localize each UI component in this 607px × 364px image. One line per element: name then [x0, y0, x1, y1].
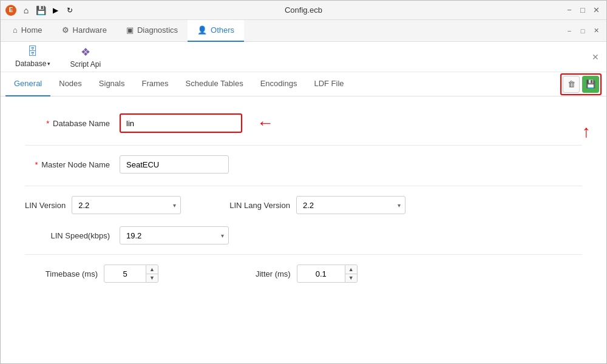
home-icon: ⌂: [13, 25, 18, 35]
main-tab-bar: ⌂ Home ⚙ Hardware ▣ Diagnostics 👤 Others…: [1, 20, 606, 42]
timebase-item: Timebase (ms) ▲ ▼: [25, 265, 158, 283]
master-node-label: * Master Node Name: [25, 160, 110, 169]
jitter-increment-button[interactable]: ▲: [345, 265, 357, 274]
timebase-increment-button[interactable]: ▲: [146, 265, 158, 274]
lin-version-select[interactable]: 1.3 2.0 2.1 2.2: [72, 196, 181, 214]
lin-speed-row: LIN Speed(kbps) 9.6 10.417 19.2 20.0 ▾: [25, 226, 582, 244]
tab-close-button[interactable]: ✕: [591, 25, 602, 36]
script-api-toolbar-button[interactable]: ❖ Script Api: [65, 43, 106, 71]
play-icon-titlebar[interactable]: ▶: [50, 5, 60, 15]
jitter-item: Jitter (ms) ▲ ▼: [256, 265, 358, 283]
toolbar: 🗄 Database ▾ ❖ Script Api ✕: [1, 42, 606, 72]
jitter-spinner: ▲ ▼: [297, 265, 358, 283]
script-api-icon: ❖: [81, 46, 90, 59]
save-button[interactable]: 💾: [582, 76, 599, 93]
sub-tab-general[interactable]: General: [5, 72, 50, 96]
minimize-button[interactable]: −: [564, 5, 575, 16]
refresh-icon-titlebar[interactable]: ↻: [65, 5, 75, 15]
dropdown-arrow-icon: ▾: [47, 61, 50, 67]
title-bar: E ⌂ 💾 ▶ ↻ Config.ecb − □ ✕: [1, 1, 606, 20]
trash-icon: 🗑: [568, 79, 575, 89]
lin-lang-version-select[interactable]: 1.3 2.0 2.1 2.2: [296, 196, 405, 214]
divider-2: [25, 186, 582, 186]
lin-speed-label: LIN Speed(kbps): [25, 231, 110, 240]
save-icon-titlebar[interactable]: 💾: [36, 5, 46, 15]
main-tab-controls: − □ ✕: [564, 25, 602, 36]
lin-version-row: LIN Version 1.3 2.0 2.1 2.2 ▾ LIN Lang V…: [25, 196, 582, 214]
sub-tab-schedule-tables[interactable]: Schedule Tables: [177, 72, 252, 96]
sub-tab-signals[interactable]: Signals: [90, 72, 134, 96]
jitter-input[interactable]: [297, 265, 345, 283]
app-icon: E: [5, 5, 16, 16]
lin-speed-select[interactable]: 9.6 10.417 19.2 20.0: [120, 226, 229, 244]
lin-lang-version-label: LIN Lang Version: [229, 201, 290, 210]
timebase-jitter-row: Timebase (ms) ▲ ▼ Jitter (ms) ▲ ▼: [25, 265, 582, 283]
tab-minimize-button[interactable]: −: [564, 25, 575, 36]
sub-tab-actions: 🗑 💾: [560, 73, 602, 95]
tab-home[interactable]: ⌂ Home: [3, 20, 52, 42]
sub-tab-encodings[interactable]: Encodings: [252, 72, 306, 96]
save-icon: 💾: [586, 79, 595, 89]
title-bar-left: E ⌂ 💾 ▶ ↻: [5, 5, 75, 16]
diagnostics-icon: ▣: [126, 25, 134, 35]
database-name-field-wrapper: [120, 113, 242, 133]
delete-button[interactable]: 🗑: [563, 76, 580, 93]
maximize-button[interactable]: □: [577, 5, 588, 16]
required-indicator-2: *: [35, 160, 38, 169]
timebase-decrement-button[interactable]: ▼: [146, 274, 158, 283]
sub-tab-ldf-file[interactable]: LDF File: [305, 72, 352, 96]
lin-version-item: LIN Version 1.3 2.0 2.1 2.2 ▾: [25, 196, 181, 214]
tab-restore-button[interactable]: □: [577, 25, 588, 36]
window-title: Config.ecb: [285, 5, 322, 15]
action-buttons-group: 🗑 💾: [560, 73, 602, 95]
database-name-input[interactable]: [121, 115, 240, 131]
sub-tab-frames[interactable]: Frames: [133, 72, 177, 96]
lin-version-select-wrapper: 1.3 2.0 2.1 2.2 ▾: [72, 196, 181, 214]
timebase-spinner: ▲ ▼: [104, 265, 158, 283]
tab-hardware[interactable]: ⚙ Hardware: [52, 20, 117, 42]
lin-version-label: LIN Version: [25, 201, 66, 210]
toolbar-close-icon[interactable]: ✕: [592, 52, 599, 62]
jitter-label: Jitter (ms): [256, 269, 291, 278]
master-node-name-input[interactable]: [120, 155, 229, 174]
script-api-label: Script Api: [70, 60, 101, 69]
others-icon: 👤: [197, 25, 207, 35]
up-arrow-annotation: ↑: [582, 123, 591, 140]
window-controls: − □ ✕: [564, 5, 602, 16]
home-icon-titlebar[interactable]: ⌂: [21, 5, 31, 15]
timebase-spinner-buttons: ▲ ▼: [146, 265, 158, 283]
master-node-name-row: * Master Node Name: [25, 155, 582, 174]
close-button[interactable]: ✕: [591, 5, 602, 16]
content-area: * Database Name ← * Master Node Name LIN…: [1, 96, 606, 363]
lin-lang-version-select-wrapper: 1.3 2.0 2.1 2.2 ▾: [296, 196, 405, 214]
database-name-label: * Database Name: [25, 119, 110, 128]
database-name-row: * Database Name ←: [25, 113, 582, 133]
main-window: E ⌂ 💾 ▶ ↻ Config.ecb − □ ✕ ⌂ Home ⚙ Hard…: [0, 0, 607, 364]
sub-tab-nodes[interactable]: Nodes: [50, 72, 90, 96]
database-label: Database ▾: [15, 59, 50, 68]
required-indicator: *: [46, 119, 49, 128]
database-toolbar-button[interactable]: 🗄 Database ▾: [10, 43, 55, 70]
hardware-icon: ⚙: [62, 25, 69, 35]
divider-1: [25, 145, 582, 146]
jitter-decrement-button[interactable]: ▼: [345, 274, 357, 283]
lin-speed-select-wrapper: 9.6 10.417 19.2 20.0 ▾: [120, 226, 229, 244]
timebase-label: Timebase (ms): [25, 269, 98, 278]
arrow-right-indicator: ←: [257, 113, 274, 133]
database-icon: 🗄: [27, 46, 38, 58]
tab-diagnostics[interactable]: ▣ Diagnostics: [117, 20, 188, 42]
lin-lang-version-item: LIN Lang Version 1.3 2.0 2.1 2.2 ▾: [229, 196, 405, 214]
timebase-input[interactable]: [104, 265, 146, 283]
sub-tab-bar: General Nodes Signals Frames Schedule Ta…: [1, 72, 606, 96]
jitter-spinner-buttons: ▲ ▼: [345, 265, 358, 283]
tab-others[interactable]: 👤 Others: [188, 20, 244, 42]
divider-3: [25, 254, 582, 255]
